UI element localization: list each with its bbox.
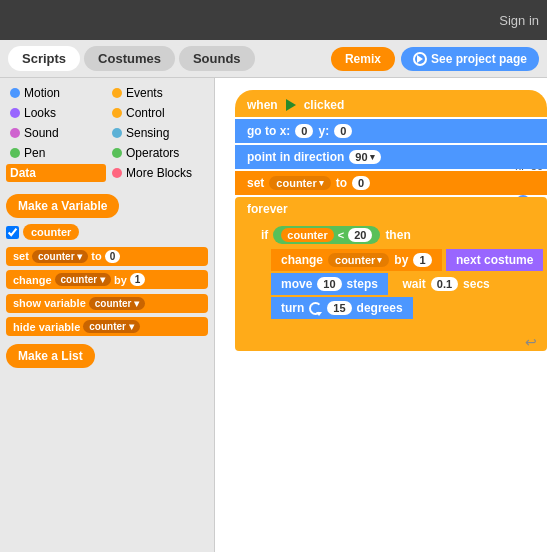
turn-label: turn [281,301,304,315]
cond-val: 20 [348,228,372,242]
go-to-label: go to x: [247,124,290,138]
wait-block[interactable]: wait 0.1 secs [392,273,499,295]
cat-pen[interactable]: Pen [6,144,106,162]
sensing-dot [112,128,122,138]
wait-secs: secs [463,277,490,291]
cat-events-label: Events [126,86,163,100]
cat-control-label: Control [126,106,165,120]
go-to-block[interactable]: go to x: 0 y: 0 [235,119,547,143]
next-costume-block[interactable]: next costume [446,249,543,271]
forever-top: forever [235,197,547,221]
remix-button[interactable]: Remix [331,47,395,71]
clicked-label: clicked [304,98,345,112]
set-label: set [13,250,29,262]
sound-dot [10,128,20,138]
forever-label: forever [247,202,288,216]
cat-operators-label: Operators [126,146,179,160]
tabs-row: Scripts Costumes Sounds Remix See projec… [0,40,547,78]
forever-block[interactable]: forever if counter < 20 [235,197,547,351]
change-val: 1 [130,273,146,286]
cat-data[interactable]: Data [6,164,106,182]
point-direction-block[interactable]: point in direction 90 ▾ [235,145,547,169]
events-dot [112,88,122,98]
pen-dot [10,148,20,158]
set-block[interactable]: set counter ▾ to 0 [6,247,208,266]
change-counter2: counter ▾ [328,253,389,267]
counter-variable-row: counter [6,224,208,240]
tab-sounds[interactable]: Sounds [179,46,255,71]
cat-events[interactable]: Events [108,84,208,102]
go-y-val: 0 [334,124,352,138]
block-section: Make a Variable counter set counter ▾ to… [0,188,214,552]
set-val: 0 [105,250,121,263]
cat-sensing-label: Sensing [126,126,169,140]
cat-looks[interactable]: Looks [6,104,106,122]
if-body: change counter ▾ by 1 next costume [253,249,547,321]
when-clicked-block[interactable]: when clicked [235,90,547,117]
see-project-icon [413,52,427,66]
set-counter-block[interactable]: set counter ▾ to 0 [235,171,547,195]
set-to-label2: to [336,176,347,190]
hide-variable-block[interactable]: hide variable counter ▾ [6,317,208,336]
topbar: Sign in [0,0,547,40]
set-counter-var: counter ▾ [269,176,330,190]
looks-dot [10,108,20,118]
change-block[interactable]: change counter ▾ by 1 [6,270,208,289]
if-bottom [253,321,547,331]
less-than: < [338,229,344,241]
cat-pen-label: Pen [24,146,45,160]
tab-costumes[interactable]: Costumes [84,46,175,71]
see-project-button[interactable]: See project page [401,47,539,71]
by-label: by [114,274,127,286]
by-label2: by [394,253,408,267]
set-label: set [247,176,264,190]
main-area: Motion Events Looks Control Sound Sensin… [0,78,547,552]
return-arrow-icon: ↩ [525,334,537,350]
go-y-label: y: [318,124,329,138]
show-counter-var: counter ▾ [89,297,145,310]
go-x-val: 0 [295,124,313,138]
move-block[interactable]: move 10 steps [271,273,388,295]
cat-motion-label: Motion [24,86,60,100]
counter-checkbox[interactable] [6,226,19,239]
cat-operators[interactable]: Operators [108,144,208,162]
turn-block[interactable]: turn 15 degrees [271,297,413,319]
change-by-val: 1 [413,253,431,267]
see-project-label: See project page [431,52,527,66]
cat-looks-label: Looks [24,106,56,120]
counter-badge: counter [23,224,79,240]
move-steps: steps [347,277,378,291]
if-top: if counter < 20 then [253,221,547,249]
make-variable-button[interactable]: Make a Variable [6,194,119,218]
tab-scripts[interactable]: Scripts [8,46,80,71]
left-panel: Motion Events Looks Control Sound Sensin… [0,78,215,552]
when-label: when [247,98,278,112]
hide-counter-var: counter ▾ [83,320,139,333]
make-list-button[interactable]: Make a List [6,344,95,368]
if-block[interactable]: if counter < 20 then [253,221,547,331]
cond-counter: counter [281,228,333,242]
control-dot [112,108,122,118]
cat-control[interactable]: Control [108,104,208,122]
flag-icon [286,99,296,111]
cat-sensing[interactable]: Sensing [108,124,208,142]
cat-more-blocks[interactable]: More Blocks [108,164,208,182]
category-grid: Motion Events Looks Control Sound Sensin… [0,78,214,188]
project-buttons: Remix See project page [331,47,547,71]
cat-sound[interactable]: Sound [6,124,106,142]
set-to-label: to [91,250,101,262]
hide-variable-label: hide variable [13,321,80,333]
more-blocks-dot [112,168,122,178]
show-variable-block[interactable]: show variable counter ▾ [6,294,208,313]
sign-in-link[interactable]: Sign in [499,13,539,28]
if-change-block[interactable]: change counter ▾ by 1 [271,249,442,271]
wait-label: wait [402,277,425,291]
motion-dot [10,88,20,98]
cat-more-blocks-label: More Blocks [126,166,192,180]
canvas-area: x: -30 y: 23 when clicked [215,78,547,552]
set-val2: 0 [352,176,370,190]
script-stack: when clicked go to x: 0 y: 0 point in di… [235,90,547,351]
point-dir-label: point in direction [247,150,344,164]
then-label: then [385,228,410,242]
cat-motion[interactable]: Motion [6,84,106,102]
